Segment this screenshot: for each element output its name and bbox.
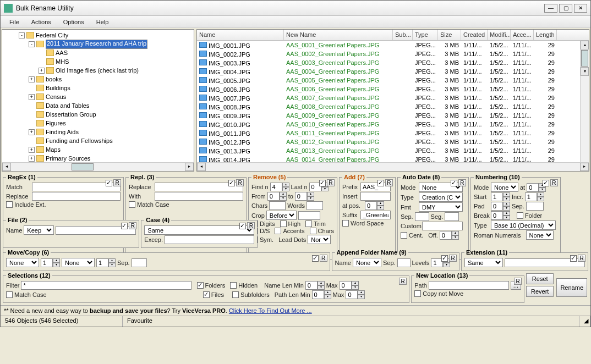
col-header[interactable]: Length bbox=[534, 30, 557, 40]
tree-item[interactable]: Figures bbox=[19, 119, 193, 128]
file-row[interactable]: IMG_0008.JPGAAS_0008_Greenleaf Papers.JP… bbox=[197, 102, 589, 111]
appendfolder-sep-input[interactable] bbox=[397, 258, 411, 267]
movecopy-n2[interactable] bbox=[96, 258, 108, 267]
rename-button[interactable]: Rename bbox=[556, 278, 587, 297]
file-row[interactable]: IMG_0005.JPGAAS_0005_Greenleaf Papers.JP… bbox=[197, 76, 589, 85]
numbering-sep-input[interactable] bbox=[526, 202, 544, 211]
file-row[interactable]: IMG_0009.JPGAAS_0009_Greenleaf Papers.JP… bbox=[197, 111, 589, 120]
maximize-button[interactable]: ▢ bbox=[559, 4, 572, 13]
autodate-off-input[interactable] bbox=[440, 231, 452, 240]
extension-select[interactable]: Same bbox=[464, 258, 503, 267]
remove-crop-input[interactable] bbox=[298, 211, 320, 220]
remove-reset[interactable]: R bbox=[327, 179, 335, 186]
remove-from-input[interactable] bbox=[267, 192, 280, 201]
tree-expander[interactable]: + bbox=[39, 68, 45, 74]
autodate-fmt-select[interactable]: DMY bbox=[419, 202, 463, 212]
file-row[interactable]: IMG_0003.JPGAAS_0003_Greenleaf Papers.JP… bbox=[197, 58, 589, 67]
numbering-start-input[interactable] bbox=[491, 192, 503, 201]
tree-item[interactable]: MHS bbox=[19, 57, 193, 66]
add-wordspace-check[interactable] bbox=[342, 220, 349, 227]
footer-link[interactable]: Click Here To Find Out More ... bbox=[229, 307, 312, 314]
numbering-roman-select[interactable]: None bbox=[526, 230, 554, 240]
tree-item[interactable]: Data and Tables bbox=[19, 101, 193, 110]
selections-filter-input[interactable] bbox=[21, 281, 191, 290]
autodate-type-select[interactable]: Creation (Cur bbox=[419, 192, 463, 202]
numbering-enable-check[interactable] bbox=[543, 180, 549, 186]
file-row[interactable]: IMG_0002.JPGAAS_0002_Greenleaf Papers.JP… bbox=[197, 49, 589, 58]
close-button[interactable]: ✕ bbox=[574, 4, 587, 13]
col-header[interactable]: Sub... bbox=[393, 30, 413, 40]
revert-button[interactable]: Revert bbox=[526, 286, 554, 297]
menu-options[interactable]: Options bbox=[58, 18, 90, 26]
tree-expander[interactable]: - bbox=[29, 41, 35, 47]
numbering-mode-select[interactable]: None bbox=[491, 183, 518, 192]
remove-trim-check[interactable] bbox=[305, 220, 312, 227]
tree-hscroll[interactable]: ◂▸ bbox=[2, 162, 194, 171]
list-vscroll[interactable]: ▴▾ bbox=[580, 41, 589, 162]
appendfolder-enable-check[interactable] bbox=[441, 255, 448, 262]
remove-enable-check[interactable] bbox=[319, 180, 326, 186]
tree-expander[interactable]: - bbox=[19, 32, 25, 38]
autodate-seg-input[interactable] bbox=[445, 212, 459, 221]
col-header[interactable]: Size bbox=[438, 30, 461, 40]
file-row[interactable]: IMG_0004.JPGAAS_0004_Greenleaf Papers.JP… bbox=[197, 67, 589, 76]
tree-expander[interactable]: + bbox=[29, 147, 35, 153]
movecopy-reset[interactable]: R bbox=[320, 255, 327, 262]
movecopy-sel1[interactable]: None bbox=[6, 258, 39, 267]
tree-expander[interactable]: + bbox=[29, 129, 35, 135]
autodate-cent-check[interactable] bbox=[401, 232, 407, 239]
tree-item[interactable]: -2011 January Research and AHA trip bbox=[19, 40, 193, 48]
menu-file[interactable]: File bbox=[4, 18, 25, 26]
file-name-select[interactable]: Keep bbox=[24, 225, 54, 235]
numbering-pad-input[interactable] bbox=[491, 202, 503, 211]
remove-chars2-check[interactable] bbox=[310, 228, 316, 234]
movecopy-enable-check[interactable] bbox=[312, 255, 319, 262]
case-reset[interactable]: R bbox=[247, 222, 255, 229]
col-header[interactable]: Type bbox=[413, 30, 438, 40]
remove-high-check[interactable] bbox=[280, 220, 287, 227]
remove-words-input[interactable] bbox=[307, 201, 323, 210]
regex-enable-check[interactable] bbox=[106, 180, 112, 186]
regex-reset[interactable]: R bbox=[113, 179, 121, 186]
numbering-at-input[interactable] bbox=[527, 183, 539, 192]
menu-actions[interactable]: Actions bbox=[26, 18, 57, 26]
tree-item[interactable]: +books bbox=[19, 75, 193, 84]
newloc-copy-check[interactable] bbox=[414, 290, 421, 297]
file-row[interactable]: IMG_0006.JPGAAS_0006_Greenleaf Papers.JP… bbox=[197, 85, 589, 93]
tree-expander[interactable]: + bbox=[29, 76, 35, 82]
remove-chars-input[interactable] bbox=[269, 201, 286, 210]
selections-files-check[interactable] bbox=[203, 291, 210, 298]
autodate-sep-input[interactable] bbox=[415, 212, 429, 221]
movecopy-sel2[interactable]: None bbox=[62, 258, 95, 267]
selections-pmin-input[interactable] bbox=[312, 290, 324, 299]
add-enable-check[interactable] bbox=[377, 180, 384, 186]
case-enable-check[interactable] bbox=[239, 223, 246, 229]
case-select[interactable]: Same bbox=[144, 225, 254, 235]
file-row[interactable]: IMG_0001.JPGAAS_0001_Greenleaf Papers.JP… bbox=[197, 41, 589, 49]
repl-reset[interactable]: R bbox=[236, 179, 244, 186]
selections-pmax-input[interactable] bbox=[346, 290, 358, 299]
file-reset[interactable]: R bbox=[129, 222, 136, 229]
selections-reset[interactable]: R bbox=[399, 278, 407, 285]
reset-button[interactable]: Reset bbox=[526, 273, 554, 284]
col-header[interactable]: Acce... bbox=[511, 30, 534, 40]
tree-item[interactable]: +Finding Aids bbox=[19, 128, 193, 136]
minimize-button[interactable]: — bbox=[544, 4, 557, 13]
numbering-incr-input[interactable] bbox=[525, 192, 537, 201]
autodate-enable-check[interactable] bbox=[451, 180, 457, 186]
newloc-reset[interactable]: R bbox=[514, 278, 522, 285]
remove-firstn-input[interactable] bbox=[270, 183, 282, 191]
tree-item[interactable]: Funding and Fellowships bbox=[19, 136, 193, 145]
selections-nmax-input[interactable] bbox=[340, 281, 352, 290]
repl-enable-check[interactable] bbox=[228, 180, 235, 186]
file-enable-check[interactable] bbox=[121, 223, 128, 229]
tree-expander[interactable]: + bbox=[29, 156, 35, 162]
appendfolder-reset[interactable]: R bbox=[449, 255, 457, 262]
col-header[interactable]: New Name bbox=[284, 30, 393, 40]
file-row[interactable]: IMG_0007.JPGAAS_0007_Greenleaf Papers.JP… bbox=[197, 93, 589, 102]
remove-crop-select[interactable]: Before bbox=[266, 211, 297, 220]
file-list[interactable]: NameNew NameSub...TypeSizeCreatedModifi.… bbox=[196, 29, 589, 172]
file-row[interactable]: IMG_0012.JPGAAS_0012_Greenleaf Papers.JP… bbox=[197, 137, 589, 146]
tree-item[interactable]: AAS bbox=[19, 48, 193, 57]
menu-help[interactable]: Help bbox=[91, 18, 114, 26]
